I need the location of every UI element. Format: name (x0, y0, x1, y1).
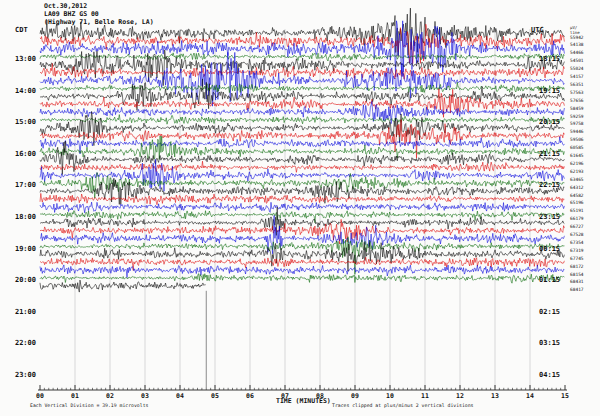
left-hour-label: 19:00 (10, 245, 36, 253)
x-axis-tick-label: 00 (36, 392, 44, 400)
seismo-trace-line (40, 211, 564, 223)
trace-bias-value: 68431 (570, 279, 584, 284)
trace-bias-value: 62193 (570, 169, 584, 174)
left-hour-label: 14:00 (10, 87, 36, 95)
trace-bias-value: 55024 (570, 66, 584, 71)
seismo-trace-line (40, 274, 564, 284)
trace-bias-value: 59446 (570, 129, 584, 134)
seismo-trace-line (40, 216, 564, 254)
left-hour-label: 21:00 (10, 308, 36, 316)
right-hour-label: 23:15 (539, 213, 560, 221)
seismo-trace-line (40, 112, 564, 146)
x-axis-tick-label: 05 (211, 392, 219, 400)
trace-bias-value: 54466 (570, 50, 584, 55)
trace-bias-value: 60585 (570, 145, 584, 150)
trace-bias-value: 64582 (570, 193, 584, 198)
trace-bias-value: 62196 (570, 161, 584, 166)
trace-bias-value: 61645 (570, 153, 584, 158)
right-hour-label: 22:15 (539, 181, 560, 189)
trace-bias-value: 57563 (570, 90, 584, 95)
trace-bias-value: 65196 (570, 200, 584, 205)
trace-bias-value: 65191 (570, 208, 584, 213)
footer-scale-note: Each Vertical Division = 39.19 microvolt… (30, 403, 148, 408)
right-hour-label: 20:15 (539, 118, 560, 126)
trace-bias-value: 57656 (570, 98, 584, 103)
trace-bias-value: 67745 (570, 256, 584, 261)
left-hour-label: 13:00 (10, 55, 36, 63)
trace-bias-value: 67528 (570, 232, 584, 237)
left-hour-label: 23:00 (10, 371, 36, 379)
seismo-trace-line (40, 136, 564, 160)
right-hour-label: 04:15 (539, 371, 560, 379)
trace-bias-value: 66179 (570, 216, 584, 221)
right-hour-label: 02:15 (539, 308, 560, 316)
x-axis-tick-label: 14 (526, 392, 534, 400)
trace-bias-value: 58459 (570, 106, 584, 111)
footer-clip-note: Traces clipped at plus/minus 2 vertical … (332, 403, 474, 408)
seismo-trace-line (40, 265, 564, 278)
trace-bias-value: 66727 (570, 224, 584, 229)
x-axis-tick-label: 04 (176, 392, 184, 400)
trace-bias-value: 54501 (570, 58, 584, 63)
x-axis-tick-label: 02 (106, 392, 114, 400)
left-hour-label: 20:00 (10, 276, 36, 284)
trace-bias-value: 55942 (570, 35, 584, 40)
header-station-code: LA09 BHZ GS 00 (44, 10, 154, 18)
seismo-trace-line (40, 82, 564, 92)
right-hour-label: 18:15 (539, 55, 560, 63)
trace-bias-value: 54138 (570, 42, 584, 47)
x-axis-tick-label: 13 (491, 392, 499, 400)
x-axis-tick-label: 03 (141, 392, 149, 400)
left-timezone-label: CDT (15, 26, 28, 34)
x-axis-tick-label: 09 (351, 392, 359, 400)
trace-bias-value: 67354 (570, 240, 584, 245)
right-hour-label: 03:15 (539, 339, 560, 347)
x-axis-tick-label: 15 (561, 392, 569, 400)
x-axis-title: TIME (MINUTES) (276, 397, 331, 405)
left-hour-label: 18:00 (10, 213, 36, 221)
right-hour-label: 00:15 (539, 245, 560, 253)
trace-bias-value: 68417 (570, 287, 584, 292)
header-station-location: (Highway 71, Belle Rose, LA) (44, 18, 154, 26)
x-axis-tick-label: 12 (456, 392, 464, 400)
right-hour-label: 01:15 (539, 276, 560, 284)
right-hour-label: 19:15 (539, 87, 560, 95)
left-hour-label: 17:00 (10, 181, 36, 189)
x-axis-tick-label: 06 (246, 392, 254, 400)
left-hour-label: 15:00 (10, 118, 36, 126)
seismo-trace-line (40, 161, 564, 172)
trace-bias-value: 68154 (570, 272, 584, 277)
left-hour-label: 16:00 (10, 150, 36, 158)
trace-bias-value: 68172 (570, 264, 584, 269)
x-axis-tick-label: 01 (71, 392, 79, 400)
seismo-trace-line (40, 115, 564, 125)
trace-bias-value: 59506 (570, 137, 584, 142)
right-timezone-label: UTC (531, 26, 544, 34)
seismo-trace-line (40, 280, 206, 292)
seismogram-plot: 00010203040506070809101112131415 (0, 0, 600, 416)
plot-header: Oct.30,2012 LA09 BHZ GS 00 (Highway 71, … (44, 2, 154, 26)
trace-bias-value: 54157 (570, 74, 584, 79)
seismo-trace-line (40, 141, 564, 174)
header-date: Oct.30,2012 (44, 2, 154, 10)
x-axis-tick-label: 10 (386, 392, 394, 400)
seismo-trace-line (40, 202, 564, 213)
x-axis-tick-label: 11 (421, 392, 429, 400)
left-hour-label: 22:00 (10, 339, 36, 347)
trace-bias-value: 59259 (570, 114, 584, 119)
trace-bias-value: 63465 (570, 177, 584, 182)
right-hour-label: 21:15 (539, 150, 560, 158)
trace-bias-value: 59758 (570, 121, 584, 126)
trace-bias-value: 67319 (570, 248, 584, 253)
webicorder-screen: 00010203040506070809101112131415 Oct.30,… (0, 0, 600, 416)
trace-bias-value: 64312 (570, 185, 584, 190)
trace-bias-value: 56351 (570, 82, 584, 87)
